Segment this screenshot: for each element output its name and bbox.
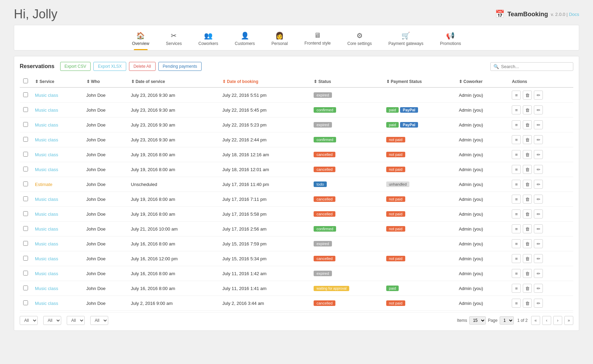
nav-item-services[interactable]: ✂ Services bbox=[158, 29, 190, 50]
delete-button[interactable]: 🗑 bbox=[523, 269, 532, 278]
service-link[interactable]: Music class bbox=[35, 137, 58, 142]
first-page-button[interactable]: « bbox=[531, 316, 540, 325]
col-payment-status[interactable]: ⇕ Payment Status bbox=[383, 76, 455, 87]
col-status[interactable]: ⇕ Status bbox=[310, 76, 382, 87]
row-checkbox[interactable] bbox=[23, 256, 28, 261]
edit-button[interactable]: ✏ bbox=[534, 239, 543, 248]
select-all-checkbox[interactable] bbox=[23, 78, 28, 83]
detail-button[interactable]: ≡ bbox=[512, 195, 521, 204]
nav-item-coworkers[interactable]: 👥 Coworkers bbox=[190, 29, 226, 50]
col-service[interactable]: ⇕ Service bbox=[31, 76, 83, 87]
row-checkbox[interactable] bbox=[23, 286, 28, 290]
col-who[interactable]: ⇕ Who bbox=[83, 76, 128, 87]
delete-button[interactable]: 🗑 bbox=[523, 150, 532, 159]
delete-button[interactable]: 🗑 bbox=[523, 120, 532, 129]
detail-button[interactable]: ≡ bbox=[512, 105, 521, 114]
page-select[interactable]: 1 bbox=[500, 316, 514, 325]
edit-button[interactable]: ✏ bbox=[534, 165, 543, 174]
service-link[interactable]: Estimate bbox=[35, 182, 53, 187]
detail-button[interactable]: ≡ bbox=[512, 150, 521, 159]
nav-item-payment-gateways[interactable]: 🛒 Payment gateways bbox=[380, 29, 432, 50]
row-checkbox[interactable] bbox=[23, 181, 28, 186]
nav-item-frontend-style[interactable]: 🖥 Frontend style bbox=[296, 29, 339, 50]
docs-link[interactable]: Docs bbox=[569, 12, 579, 17]
edit-button[interactable]: ✏ bbox=[534, 299, 543, 308]
edit-button[interactable]: ✏ bbox=[534, 254, 543, 263]
service-link[interactable]: Music class bbox=[35, 197, 58, 202]
detail-button[interactable]: ≡ bbox=[512, 299, 521, 308]
edit-button[interactable]: ✏ bbox=[534, 269, 543, 278]
row-checkbox[interactable] bbox=[23, 137, 28, 142]
items-per-page-select[interactable]: 15 bbox=[469, 316, 486, 325]
delete-button[interactable]: 🗑 bbox=[523, 180, 532, 189]
nav-item-personal[interactable]: 👩 Personal bbox=[263, 29, 296, 50]
nav-item-core-settings[interactable]: ⚙ Core settings bbox=[339, 29, 380, 50]
row-checkbox[interactable] bbox=[23, 107, 28, 112]
delete-button[interactable]: 🗑 bbox=[523, 135, 532, 144]
edit-button[interactable]: ✏ bbox=[534, 105, 543, 114]
edit-button[interactable]: ✏ bbox=[534, 224, 543, 233]
detail-button[interactable]: ≡ bbox=[512, 284, 521, 293]
export-csv-button[interactable]: Export CSV bbox=[60, 62, 91, 71]
row-checkbox[interactable] bbox=[23, 241, 28, 246]
service-link[interactable]: Music class bbox=[35, 108, 58, 113]
search-input[interactable] bbox=[501, 64, 570, 69]
delete-button[interactable]: 🗑 bbox=[523, 239, 532, 248]
delete-button[interactable]: 🗑 bbox=[523, 165, 532, 174]
payment-filter-select[interactable]: All bbox=[67, 316, 85, 325]
col-date-service[interactable]: ⇕ Date of service bbox=[128, 76, 219, 87]
row-checkbox[interactable] bbox=[23, 211, 28, 216]
service-link[interactable]: Music class bbox=[35, 212, 58, 217]
edit-button[interactable]: ✏ bbox=[534, 195, 543, 204]
row-checkbox[interactable] bbox=[23, 226, 28, 231]
nav-item-customers[interactable]: 👤 Customers bbox=[226, 29, 263, 50]
edit-button[interactable]: ✏ bbox=[534, 135, 543, 144]
nav-item-promotions[interactable]: 📢 Promotions bbox=[432, 29, 470, 50]
service-link[interactable]: Music class bbox=[35, 256, 58, 261]
row-checkbox[interactable] bbox=[23, 92, 28, 97]
service-link[interactable]: Music class bbox=[35, 286, 58, 291]
last-page-button[interactable]: » bbox=[564, 316, 573, 325]
service-link[interactable]: Music class bbox=[35, 241, 58, 246]
service-link[interactable]: Music class bbox=[35, 271, 58, 276]
service-link[interactable]: Music class bbox=[35, 122, 58, 128]
detail-button[interactable]: ≡ bbox=[512, 91, 521, 100]
edit-button[interactable]: ✏ bbox=[534, 91, 543, 100]
delete-button[interactable]: 🗑 bbox=[523, 224, 532, 233]
detail-button[interactable]: ≡ bbox=[512, 224, 521, 233]
detail-button[interactable]: ≡ bbox=[512, 269, 521, 278]
delete-button[interactable]: 🗑 bbox=[523, 195, 532, 204]
row-checkbox[interactable] bbox=[23, 300, 28, 305]
delete-button[interactable]: 🗑 bbox=[523, 105, 532, 114]
next-page-button[interactable]: › bbox=[553, 316, 562, 325]
prev-page-button[interactable]: ‹ bbox=[542, 316, 551, 325]
row-checkbox[interactable] bbox=[23, 196, 28, 201]
detail-button[interactable]: ≡ bbox=[512, 180, 521, 189]
row-checkbox[interactable] bbox=[23, 122, 28, 127]
detail-button[interactable]: ≡ bbox=[512, 254, 521, 263]
service-filter-select[interactable]: All bbox=[20, 316, 38, 325]
edit-button[interactable]: ✏ bbox=[534, 209, 543, 218]
service-link[interactable]: Music class bbox=[35, 301, 58, 306]
edit-button[interactable]: ✏ bbox=[534, 150, 543, 159]
export-xlsx-button[interactable]: Export XLSX bbox=[93, 62, 126, 71]
delete-button[interactable]: 🗑 bbox=[523, 299, 532, 308]
edit-button[interactable]: ✏ bbox=[534, 120, 543, 129]
pending-payments-button[interactable]: Pending payments bbox=[158, 62, 202, 71]
delete-button[interactable]: 🗑 bbox=[523, 284, 532, 293]
coworker-filter-select[interactable]: All bbox=[90, 316, 108, 325]
detail-button[interactable]: ≡ bbox=[512, 135, 521, 144]
edit-button[interactable]: ✏ bbox=[534, 284, 543, 293]
detail-button[interactable]: ≡ bbox=[512, 120, 521, 129]
col-date-booking[interactable]: ⇕ Date of booking bbox=[219, 76, 310, 87]
detail-button[interactable]: ≡ bbox=[512, 165, 521, 174]
service-link[interactable]: Music class bbox=[35, 167, 58, 172]
service-link[interactable]: Music class bbox=[35, 152, 58, 157]
nav-item-overview[interactable]: 🏠 Overview bbox=[124, 29, 158, 50]
edit-button[interactable]: ✏ bbox=[534, 180, 543, 189]
status-filter-select[interactable]: All bbox=[43, 316, 61, 325]
detail-button[interactable]: ≡ bbox=[512, 239, 521, 248]
delete-all-button[interactable]: Delete All bbox=[129, 62, 156, 71]
row-checkbox[interactable] bbox=[23, 271, 28, 276]
service-link[interactable]: Music class bbox=[35, 226, 58, 232]
